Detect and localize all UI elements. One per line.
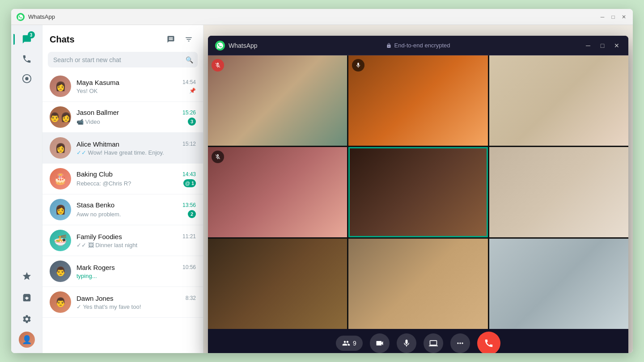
video-cell-2 [348,55,487,146]
video-cell-5 [348,147,487,237]
call-title-bar: WhatsApp End-to-end encrypted ─ □ ✕ [208,36,628,55]
chat-time: 13:56 [182,202,196,208]
video-cell-4 [208,147,347,237]
list-item[interactable]: 👨‍👩 Jason Ballmer 15:26 📹 Video 3 [42,102,203,133]
mute-indicator-1 [212,59,224,72]
chat-info: Stasa Benko 13:56 Aww no problem. 2 [76,201,196,218]
filter-button[interactable] [182,32,196,46]
chat-preview: ✓✓ 🖼 Dinner last night [76,242,137,248]
unread-badge: 3 [188,118,196,126]
chat-time: 8:32 [186,295,196,301]
call-window: WhatsApp End-to-end encrypted ─ □ ✕ [208,36,628,353]
chat-name: Alice Whitman [76,140,119,148]
avatar: 👨‍👩 [50,106,71,128]
end-call-button[interactable] [477,332,500,353]
search-input[interactable] [48,52,198,67]
call-window-controls: ─ □ ✕ [584,41,621,50]
chat-preview: ✓✓ Wow! Have great time. Enjoy. [76,149,164,156]
screen-share-button[interactable] [424,333,443,353]
avatar: 👩 [50,76,71,97]
video-toggle-button[interactable] [370,333,390,353]
sidebar-item-settings[interactable] [18,310,36,328]
chat-preview: typing... [76,273,97,279]
call-whatsapp-logo [215,41,225,51]
video-cell-7 [208,239,347,329]
chat-info: Maya Kasuma 14:54 Yes! OK 📌 [76,79,196,94]
chat-info: Alice Whitman 15:12 ✓✓ Wow! Have great t… [76,140,196,156]
chat-time: 11:21 [182,233,196,240]
chats-badge: 3 [28,31,35,38]
participants-count: 9 [353,340,356,347]
avatar: 👨 [50,291,71,313]
video-cell-9 [489,239,628,329]
mic-toggle-button[interactable] [397,333,416,353]
more-options-button[interactable] [450,333,470,353]
list-item[interactable]: 👨 Mark Rogers 10:56 typing... [42,256,203,287]
chat-time: 10:56 [182,264,196,270]
list-item[interactable]: 👩 Maya Kasuma 14:54 Yes! OK 📌 [42,71,203,102]
list-item[interactable]: 🎂 Baking Club 14:43 Rebecca: @Chris R? @… [42,164,203,194]
video-grid [208,55,628,329]
chat-info: Baking Club 14:43 Rebecca: @Chris R? @ 1 [76,170,196,187]
sidebar-item-chats[interactable]: 3 [18,30,36,48]
minimize-button[interactable]: ─ [599,13,606,21]
avatar: 👨 [50,261,71,282]
unread-badge: 2 [188,210,196,218]
avatar: 👩 [50,199,71,220]
chat-name: Family Foodies [76,233,122,240]
sidebar-item-starred[interactable] [18,267,36,285]
chat-time: 15:26 [182,109,196,116]
chat-preview: 📹 Video [76,118,100,125]
user-avatar[interactable]: 👤 [19,332,35,348]
chat-preview: ✓ Yes that's my fave too! [76,303,141,310]
sidebar-item-status[interactable] [18,70,36,88]
chat-info: Dawn Jones 8:32 ✓ Yes that's my fave too… [76,295,196,310]
chat-panel-actions [164,32,196,46]
chat-time: 15:12 [182,141,196,147]
chat-name: Maya Kasuma [76,79,119,86]
chat-panel-title: Chats [50,34,75,45]
list-item[interactable]: 👩 Alice Whitman 15:12 ✓✓ Wow! Have great… [42,133,203,164]
search-bar: 🔍 [48,52,198,67]
list-item[interactable]: 👨 Dawn Jones 8:32 ✓ Yes that's my fave t… [42,287,203,318]
chat-panel-header: Chats [42,25,203,50]
chat-name: Jason Ballmer [76,109,119,116]
window-controls: ─ □ ✕ [599,13,627,21]
app-title: WhatsApp [28,13,55,20]
avatar: 🍜 [50,230,71,251]
maximize-button[interactable]: □ [610,13,617,21]
mute-indicator-4 [212,151,224,163]
video-cell-8 [348,239,487,329]
app-window: WhatsApp ─ □ ✕ 3 [11,9,633,353]
call-close-button[interactable]: ✕ [612,41,621,50]
svg-point-2 [25,77,28,80]
chat-preview: Aww no problem. [76,211,121,218]
sidebar-item-archived[interactable] [18,289,36,307]
chat-preview: Rebecca: @Chris R? [76,180,131,187]
search-icon: 🔍 [186,56,193,63]
pin-icon: 📌 [189,88,196,94]
chat-time: 14:43 [182,171,196,177]
participants-button[interactable]: 9 [336,336,363,351]
chat-panel: Chats 🔍 [42,25,203,353]
chat-name: Dawn Jones [76,295,114,302]
chat-name: Mark Rogers [76,264,115,271]
call-app-title: WhatsApp [229,42,258,49]
call-minimize-button[interactable]: ─ [584,41,593,50]
sidebar: 3 [11,25,42,353]
chat-preview: Yes! OK [76,88,97,94]
list-item[interactable]: 👩 Stasa Benko 13:56 Aww no problem. 2 [42,194,203,225]
call-maximize-button[interactable]: □ [598,41,607,50]
close-button[interactable]: ✕ [620,13,627,21]
encrypted-text: End-to-end encrypted [394,42,450,49]
video-cell-1 [208,55,347,146]
video-cell-3 [489,55,628,146]
video-cell-6 [489,147,628,237]
chat-info: Family Foodies 11:21 ✓✓ 🖼 Dinner last ni… [76,233,196,248]
sidebar-item-calls[interactable] [18,50,36,68]
new-chat-button[interactable] [164,32,178,46]
list-item[interactable]: 🍜 Family Foodies 11:21 ✓✓ 🖼 Dinner last … [42,225,203,256]
chat-name: Baking Club [76,170,113,178]
chat-info: Mark Rogers 10:56 typing... [76,264,196,279]
chat-time: 14:54 [182,79,196,85]
